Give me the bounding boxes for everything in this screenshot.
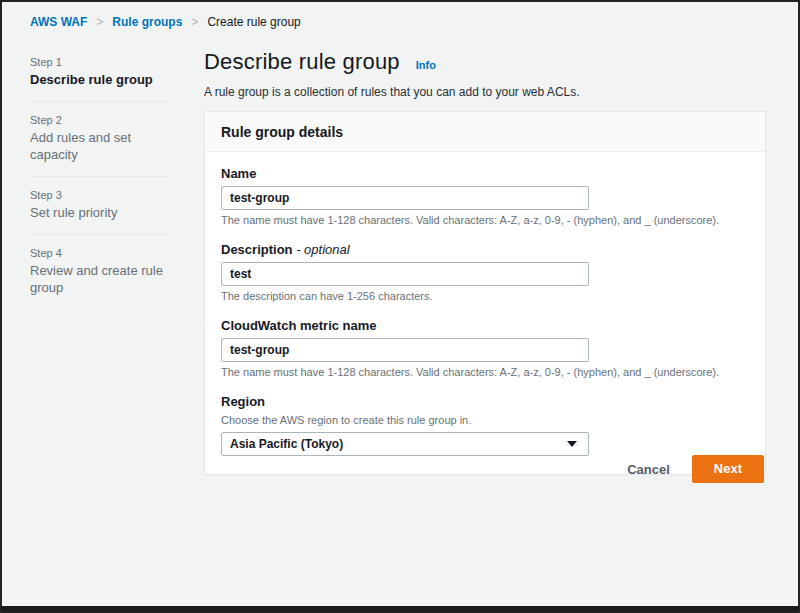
cancel-button[interactable]: Cancel — [627, 462, 670, 477]
breadcrumb-separator-icon: > — [96, 15, 103, 29]
next-button[interactable]: Next — [692, 455, 764, 483]
name-label: Name — [221, 166, 749, 181]
description-label-text: Description — [221, 242, 293, 257]
aws-console-screen: AWS WAF > Rule groups > Create rule grou… — [0, 0, 800, 613]
region-select[interactable]: Asia Pacific (Tokyo) — [221, 432, 589, 456]
breadcrumb-link-aws-waf[interactable]: AWS WAF — [30, 15, 87, 29]
breadcrumb: AWS WAF > Rule groups > Create rule grou… — [30, 15, 301, 29]
description-input[interactable] — [221, 262, 589, 286]
description-optional-text: - optional — [296, 242, 349, 257]
region-description: Choose the AWS region to create this rul… — [221, 414, 749, 426]
main-content: Describe rule group Info A rule group is… — [204, 49, 766, 475]
breadcrumb-current-page: Create rule group — [207, 15, 300, 29]
step-title: Describe rule group — [30, 71, 170, 88]
description-field-group: Description - optional The description c… — [221, 242, 749, 302]
description-hint: The description can have 1-256 character… — [221, 290, 749, 302]
wizard-step-2: Step 2 Add rules and set capacity — [30, 114, 170, 163]
step-number: Step 2 — [30, 114, 170, 126]
wizard-step-4: Step 4 Review and create rule group — [30, 247, 170, 296]
step-divider — [30, 101, 170, 102]
breadcrumb-link-rule-groups[interactable]: Rule groups — [112, 15, 182, 29]
region-selected-value: Asia Pacific (Tokyo) — [230, 437, 343, 451]
wizard-step-3: Step 3 Set rule priority — [30, 189, 170, 221]
page-title: Describe rule group — [204, 49, 400, 75]
region-field-group: Region Choose the AWS region to create t… — [221, 394, 749, 456]
step-number: Step 1 — [30, 56, 170, 68]
step-number: Step 3 — [30, 189, 170, 201]
metric-hint: The name must have 1-128 characters. Val… — [221, 366, 749, 378]
step-title: Review and create rule group — [30, 262, 170, 296]
metric-label: CloudWatch metric name — [221, 318, 749, 333]
step-title: Set rule priority — [30, 204, 170, 221]
wizard-step-1: Step 1 Describe rule group — [30, 56, 170, 88]
cloudwatch-metric-input[interactable] — [221, 338, 589, 362]
description-label: Description - optional — [221, 242, 749, 257]
region-label: Region — [221, 394, 749, 409]
metric-field-group: CloudWatch metric name The name must hav… — [221, 318, 749, 378]
wizard-steps-sidebar: Step 1 Describe rule group Step 2 Add ru… — [30, 56, 170, 296]
step-divider — [30, 176, 170, 177]
name-input[interactable] — [221, 186, 589, 210]
breadcrumb-separator-icon: > — [191, 15, 198, 29]
info-link[interactable]: Info — [416, 59, 436, 71]
wizard-actions: Cancel Next — [627, 455, 764, 483]
name-hint: The name must have 1-128 characters. Val… — [221, 214, 749, 226]
card-title: Rule group details — [205, 112, 765, 152]
step-divider — [30, 234, 170, 235]
name-field-group: Name The name must have 1-128 characters… — [221, 166, 749, 226]
step-number: Step 4 — [30, 247, 170, 259]
rule-group-details-card: Rule group details Name The name must ha… — [204, 111, 766, 475]
step-title: Add rules and set capacity — [30, 129, 170, 163]
caret-down-icon — [567, 441, 577, 447]
window-bottom-edge — [2, 606, 798, 611]
page-description: A rule group is a collection of rules th… — [204, 85, 766, 99]
